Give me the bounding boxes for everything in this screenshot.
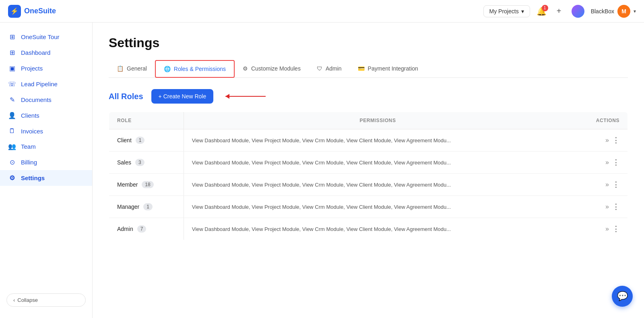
permissions-cell: View Dashboard Module, View Project Modu… — [184, 196, 572, 218]
sidebar-item-label: Settings — [21, 175, 45, 181]
admin-icon: 🛡 — [317, 65, 322, 72]
col-header-actions: ACTIONS — [572, 112, 627, 129]
payment-icon: 💳 — [358, 65, 365, 72]
sidebar-item-documents[interactable]: ✎ Documents — [0, 92, 92, 108]
app-name: OneSuite — [24, 7, 56, 15]
expand-button[interactable]: » — [605, 159, 609, 166]
sidebar-item-projects[interactable]: ▣ Projects — [0, 60, 92, 76]
app-body: ⊞ OneSuite Tour ⊞ Dashboard ▣ Projects ☏… — [0, 23, 644, 318]
permissions-cell: View Dashboard Module, View Project Modu… — [184, 174, 572, 196]
settings-icon: ⚙ — [8, 174, 16, 182]
my-projects-button[interactable]: My Projects ▾ — [483, 5, 530, 17]
role-count: 3 — [135, 159, 144, 166]
table-row: Manager 1 View Dashboard Module, View Pr… — [109, 196, 628, 218]
more-actions-button[interactable]: ⋮ — [612, 158, 619, 167]
col-header-role: ROLE — [109, 112, 184, 129]
settings-tabs: 📋 General 🌐 Roles & Permissions ⚙ Custom… — [109, 60, 628, 78]
phone-icon: ☏ — [8, 80, 16, 88]
user-chevron-icon: ▾ — [634, 8, 636, 14]
table-row: Member 18 View Dashboard Module, View Pr… — [109, 174, 628, 196]
permissions-text: View Dashboard Module, View Project Modu… — [192, 182, 451, 188]
more-actions-button[interactable]: ⋮ — [612, 180, 619, 189]
permissions-text: View Dashboard Module, View Project Modu… — [192, 160, 451, 166]
permissions-text: View Dashboard Module, View Project Modu… — [192, 137, 451, 143]
sidebar-item-label: Invoices — [21, 128, 43, 135]
sidebar-item-clients[interactable]: 👤 Clients — [0, 108, 92, 123]
permissions-cell: View Dashboard Module, View Project Modu… — [184, 218, 572, 240]
sidebar-item-invoices[interactable]: 🗒 Invoices — [0, 123, 92, 139]
add-button[interactable]: + — [553, 5, 565, 17]
expand-button[interactable]: » — [605, 225, 609, 233]
user-name: BlackBox — [591, 8, 614, 15]
role-name-cell: Client 1 — [109, 129, 184, 152]
table-row: Sales 3 View Dashboard Module, View Proj… — [109, 152, 628, 174]
notifications-button[interactable]: 🔔 1 — [537, 6, 547, 16]
tab-roles-permissions[interactable]: 🌐 Roles & Permissions — [155, 60, 235, 78]
sidebar-item-label: Documents — [21, 96, 52, 103]
roles-icon: 🌐 — [164, 66, 171, 72]
sidebar-item-billing[interactable]: ⊙ Billing — [0, 154, 92, 170]
main-content: Settings 📋 General 🌐 Roles & Permissions… — [93, 23, 644, 318]
sidebar-item-settings[interactable]: ⚙ Settings — [0, 170, 92, 186]
more-actions-button[interactable]: ⋮ — [612, 224, 619, 233]
logo-icon: ⚡ — [8, 5, 21, 18]
roles-header: All Roles + Create New Role — [109, 89, 628, 104]
user-menu[interactable]: BlackBox M ▾ — [591, 5, 636, 18]
customize-icon: ⚙ — [243, 65, 248, 72]
create-role-button[interactable]: + Create New Role — [151, 89, 214, 104]
role-name-cell: Sales 3 — [109, 152, 184, 174]
more-actions-button[interactable]: ⋮ — [612, 202, 619, 211]
sidebar-item-lead-pipeline[interactable]: ☏ Lead Pipeline — [0, 76, 92, 92]
tab-general[interactable]: 📋 General — [109, 60, 155, 77]
expand-button[interactable]: » — [605, 203, 609, 210]
actions-cell: » ⋮ — [572, 196, 627, 218]
general-icon: 📋 — [117, 65, 124, 72]
notification-badge: 1 — [542, 5, 548, 11]
expand-button[interactable]: » — [605, 137, 609, 144]
chat-icon: 💬 — [617, 291, 628, 301]
expand-button[interactable]: » — [605, 181, 609, 188]
roles-table: ROLE PERMISSIONS ACTIONS Client 1 View D… — [109, 112, 628, 240]
permissions-cell: View Dashboard Module, View Project Modu… — [184, 152, 572, 174]
tab-admin[interactable]: 🛡 Admin — [309, 60, 350, 77]
invoice-icon: 🗒 — [8, 127, 16, 135]
collapse-button[interactable]: ‹ Collapse — [6, 293, 86, 307]
role-name-cell: Member 18 — [109, 174, 184, 196]
topbar-right: My Projects ▾ 🔔 1 + BlackBox M ▾ — [483, 5, 636, 18]
permissions-text: View Dashboard Module, View Project Modu… — [192, 226, 451, 232]
role-name: Sales — [117, 159, 131, 166]
more-actions-button[interactable]: ⋮ — [612, 136, 619, 145]
sidebar-item-label: Dashboard — [21, 49, 50, 56]
actions-cell: » ⋮ — [572, 129, 627, 152]
role-count: 7 — [137, 225, 147, 233]
sidebar-item-label: Lead Pipeline — [21, 81, 58, 87]
col-header-permissions: PERMISSIONS — [184, 112, 572, 129]
table-row: Admin 7 View Dashboard Module, View Proj… — [109, 218, 628, 240]
user-avatar: M — [617, 5, 630, 18]
tab-customize-modules[interactable]: ⚙ Customize Modules — [235, 60, 309, 77]
role-name-cell: Manager 1 — [109, 196, 184, 218]
role-name: Manager — [117, 204, 139, 210]
topbar: ⚡ OneSuite My Projects ▾ 🔔 1 + BlackBox … — [0, 0, 644, 23]
tab-payment-integration[interactable]: 💳 Payment Integration — [350, 60, 426, 77]
logo[interactable]: ⚡ OneSuite — [8, 5, 56, 18]
document-icon: ✎ — [8, 96, 16, 104]
role-count: 18 — [142, 181, 153, 188]
table-row: Client 1 View Dashboard Module, View Pro… — [109, 129, 628, 152]
grid-icon: ⊞ — [8, 33, 16, 41]
sidebar-item-dashboard[interactable]: ⊞ Dashboard — [0, 45, 92, 60]
sidebar-item-label: Clients — [21, 112, 39, 119]
sidebar-item-team[interactable]: 👥 Team — [0, 139, 92, 154]
team-icon: 👥 — [8, 143, 16, 150]
chevron-down-icon: ▾ — [521, 8, 524, 15]
sidebar-item-label: Projects — [21, 65, 43, 72]
sidebar-item-label: OneSuite Tour — [21, 33, 60, 40]
dashboard-icon: ⊞ — [8, 49, 16, 56]
role-count: 1 — [143, 203, 153, 210]
sidebar-item-onesuite-tour[interactable]: ⊞ OneSuite Tour — [0, 29, 92, 45]
sidebar-item-label: Billing — [21, 159, 37, 166]
roles-title: All Roles — [109, 92, 143, 101]
chat-fab-button[interactable]: 💬 — [612, 286, 633, 307]
client-icon: 👤 — [8, 112, 16, 119]
role-name-cell: Admin 7 — [109, 218, 184, 240]
